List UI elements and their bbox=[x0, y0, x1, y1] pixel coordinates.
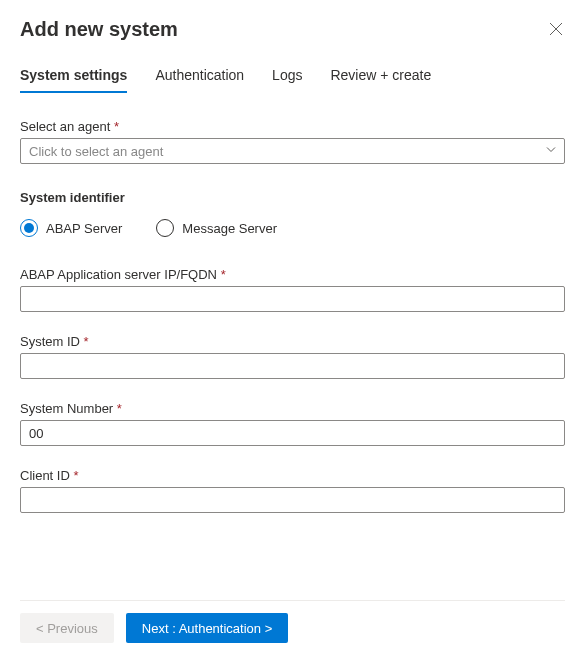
agent-placeholder: Click to select an agent bbox=[29, 144, 163, 159]
radio-circle-unchecked bbox=[156, 219, 174, 237]
agent-field: Select an agent Click to select an agent bbox=[20, 119, 565, 164]
system-id-input[interactable] bbox=[20, 353, 565, 379]
agent-label: Select an agent bbox=[20, 119, 565, 134]
tab-logs[interactable]: Logs bbox=[272, 63, 302, 93]
system-number-field: System Number bbox=[20, 401, 565, 446]
system-id-label: System ID bbox=[20, 334, 565, 349]
client-id-field: Client ID bbox=[20, 468, 565, 513]
previous-button[interactable]: < Previous bbox=[20, 613, 114, 643]
abap-server-field: ABAP Application server IP/FQDN bbox=[20, 267, 565, 312]
system-number-label: System Number bbox=[20, 401, 565, 416]
tab-authentication[interactable]: Authentication bbox=[155, 63, 244, 93]
close-icon bbox=[549, 22, 563, 36]
panel-footer: < Previous Next : Authentication > bbox=[20, 600, 565, 643]
server-type-radio-group: ABAP Server Message Server bbox=[20, 219, 565, 237]
add-system-panel: Add new system System settings Authentic… bbox=[0, 0, 585, 657]
page-title: Add new system bbox=[20, 18, 178, 41]
system-identifier-title: System identifier bbox=[20, 190, 565, 205]
abap-server-input[interactable] bbox=[20, 286, 565, 312]
radio-abap-server[interactable]: ABAP Server bbox=[20, 219, 122, 237]
system-id-field: System ID bbox=[20, 334, 565, 379]
abap-server-label: ABAP Application server IP/FQDN bbox=[20, 267, 565, 282]
panel-header: Add new system bbox=[20, 18, 565, 63]
agent-select-box[interactable]: Click to select an agent bbox=[20, 138, 565, 164]
client-id-input[interactable] bbox=[20, 487, 565, 513]
client-id-label: Client ID bbox=[20, 468, 565, 483]
tab-bar: System settings Authentication Logs Revi… bbox=[20, 63, 565, 93]
tab-system-settings[interactable]: System settings bbox=[20, 63, 127, 93]
radio-message-label: Message Server bbox=[182, 221, 277, 236]
close-button[interactable] bbox=[549, 22, 565, 38]
system-number-input[interactable] bbox=[20, 420, 565, 446]
agent-select[interactable]: Click to select an agent bbox=[20, 138, 565, 164]
radio-dot-icon bbox=[24, 223, 34, 233]
tab-review-create[interactable]: Review + create bbox=[330, 63, 431, 93]
radio-abap-label: ABAP Server bbox=[46, 221, 122, 236]
next-button[interactable]: Next : Authentication > bbox=[126, 613, 288, 643]
radio-circle-checked bbox=[20, 219, 38, 237]
radio-message-server[interactable]: Message Server bbox=[156, 219, 277, 237]
